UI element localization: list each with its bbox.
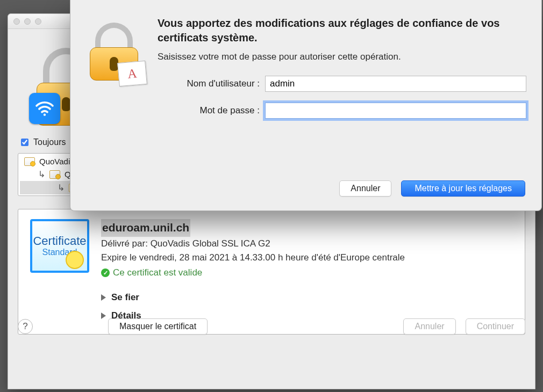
- auth-lock-icon: [85, 20, 145, 85]
- certificate-icon: [49, 170, 60, 179]
- username-label: Nom d'utilisateur :: [158, 78, 260, 89]
- certificate-icon: [24, 157, 35, 166]
- auth-confirm-button[interactable]: Mettre à jour les réglages: [401, 180, 525, 197]
- auth-sheet: Vous apportez des modifications aux régl…: [70, 0, 542, 211]
- cert-badge-l1: Certificate: [33, 235, 86, 247]
- certificate-name: eduroam.unil.ch: [101, 219, 190, 237]
- checkmark-icon: ✓: [101, 268, 110, 277]
- certificate-expiry: Expire le vendredi, 28 mai 2021 à 14.33.…: [101, 251, 405, 265]
- password-label: Mot de passe :: [158, 105, 260, 116]
- svg-point-0: [44, 114, 46, 116]
- certificate-detail-panel: Certificate Standard eduroam.unil.ch Dél…: [18, 209, 525, 335]
- auth-subtitle: Saisissez votre mot de passe pour autori…: [158, 52, 526, 62]
- close-dot[interactable]: [13, 18, 20, 25]
- certificate-valid-text: Ce certificat est valide: [113, 266, 202, 280]
- tree-branch-icon: ↳: [38, 169, 45, 179]
- username-field[interactable]: [265, 76, 526, 92]
- zoom-dot[interactable]: [35, 18, 41, 25]
- tree-branch-icon: ↳: [58, 183, 65, 193]
- disclosure-trust[interactable]: Se fier: [101, 288, 405, 306]
- cert-badge-l2: Standard: [42, 248, 77, 257]
- wifi-badge-icon: [29, 93, 60, 124]
- cancel-button[interactable]: Annuler: [403, 318, 455, 335]
- certificate-large-icon: Certificate Standard: [30, 219, 89, 273]
- tree-label: QuoVadis: [39, 157, 74, 166]
- disclosure-label: Se fier: [111, 291, 139, 304]
- always-trust-checkbox[interactable]: [21, 139, 28, 146]
- always-trust-label: Toujours: [33, 137, 66, 147]
- continue-button[interactable]: Continuer: [466, 318, 525, 335]
- minimize-dot[interactable]: [24, 18, 31, 25]
- auth-title: Vous apportez des modifications aux régl…: [158, 16, 526, 45]
- password-field[interactable]: [265, 103, 526, 119]
- disclosure-triangle-icon: [101, 294, 106, 301]
- hide-certificate-button[interactable]: Masquer le certificat: [108, 318, 208, 335]
- security-pref-icon: [117, 61, 147, 86]
- certificate-issuer: Délivré par: QuoVadis Global SSL ICA G2: [101, 237, 405, 251]
- help-button[interactable]: ?: [18, 319, 33, 334]
- auth-cancel-button[interactable]: Annuler: [339, 180, 391, 197]
